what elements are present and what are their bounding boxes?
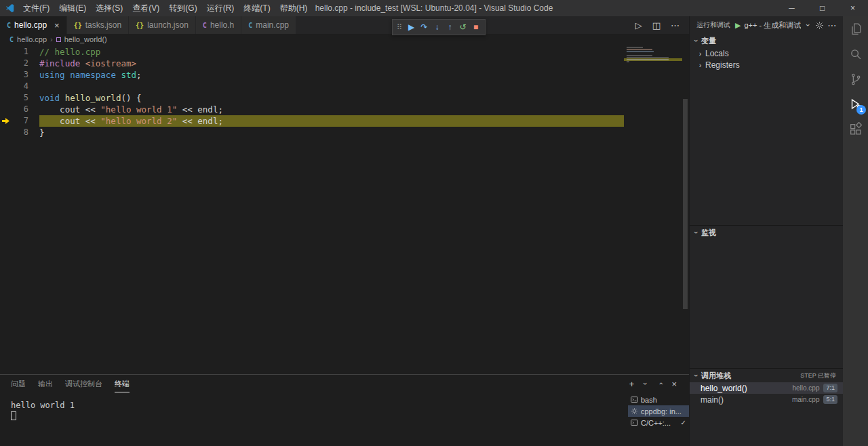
step-over-button[interactable]: ↷ — [418, 22, 431, 32]
code-line[interactable]: 8} — [0, 127, 689, 138]
glyph-margin — [0, 69, 12, 81]
task-success-check-icon: ✓ — [681, 419, 686, 426]
launch-config-dropdown[interactable]: g++ - 生成和调试 — [744, 20, 801, 31]
panel-tab-bar: 问题 输出 调试控制台 终端 + › › × — [0, 375, 689, 392]
drag-handle-icon[interactable]: ⠿ — [397, 23, 402, 32]
tab-tasks-json[interactable]: {} tasks.json — [67, 16, 129, 34]
line-number: 6 — [12, 104, 28, 115]
explorer-icon[interactable] — [843, 16, 868, 41]
terminal-panel: hello world 1 bash cppdbg: in... — [0, 392, 689, 446]
code-editor[interactable]: 1// hello.cpp2#include <iostream>3using … — [0, 45, 689, 374]
menu-file[interactable]: 文件(F) — [18, 0, 54, 16]
step-into-button[interactable]: ↓ — [431, 22, 443, 32]
terminal-icon — [631, 419, 638, 426]
variables-section-header[interactable]: › 变量 — [690, 34, 843, 47]
tab-label: hello.h — [210, 20, 234, 30]
menu-view[interactable]: 查看(V) — [127, 0, 164, 16]
frame-position-badge: 5:1 — [823, 395, 837, 404]
breadcrumb-file[interactable]: hello.cpp — [17, 35, 47, 43]
frame-file: hello.cpp — [792, 384, 819, 392]
new-terminal-icon[interactable]: + — [629, 379, 635, 389]
run-file-icon[interactable]: ▷ — [635, 20, 642, 31]
tab-hello-cpp[interactable]: C hello.cpp × — [0, 16, 67, 34]
variables-scope-registers[interactable]: › Registers — [690, 59, 843, 70]
terminal-item-bash[interactable]: bash — [628, 394, 689, 405]
source-control-icon[interactable] — [843, 66, 868, 92]
tab-problems[interactable]: 问题 — [11, 375, 26, 392]
menu-run[interactable]: 运行(R) — [202, 0, 239, 16]
sidebar-title: 运行和调试 — [696, 20, 730, 30]
title-bar: 文件(F) 编辑(E) 选择(S) 查看(V) 转到(G) 运行(R) 终端(T… — [0, 0, 868, 16]
chevron-right-icon: › — [696, 49, 704, 58]
line-number: 3 — [12, 69, 28, 81]
scrollbar-thumb[interactable] — [683, 99, 688, 309]
start-debug-icon[interactable]: ▶ — [735, 21, 741, 30]
tab-output[interactable]: 输出 — [38, 375, 53, 392]
frame-position-badge: 7:1 — [823, 384, 837, 392]
watch-section-header[interactable]: › 监视 — [690, 226, 843, 239]
terminal-item-cppdbg[interactable]: cppdbg: in... — [628, 405, 689, 417]
glyph-margin — [0, 58, 12, 69]
minimize-icon[interactable]: ─ — [776, 0, 807, 16]
frame-name: main() — [701, 395, 724, 405]
menu-edit[interactable]: 编辑(E) — [54, 0, 91, 16]
minimap[interactable] — [624, 45, 682, 374]
code-area: 1// hello.cpp2#include <iostream>3using … — [0, 46, 689, 138]
breadcrumb-symbol[interactable]: hello_world() — [64, 35, 107, 43]
stack-frame[interactable]: main() main.cpp 5:1 — [690, 394, 843, 405]
tab-main-cpp[interactable]: C main.cpp — [241, 16, 296, 34]
code-line[interactable]: 1// hello.cpp — [0, 46, 689, 58]
editor-actions: ▷ ◫ ⋯ — [626, 16, 689, 34]
close-tab-icon[interactable]: × — [54, 20, 60, 31]
more-actions-icon[interactable]: ⋯ — [671, 20, 679, 31]
menu-selection[interactable]: 选择(S) — [91, 0, 127, 16]
terminal-item-label: cppdbg: in... — [641, 407, 682, 415]
menu-help[interactable]: 帮助(H) — [275, 0, 313, 16]
close-panel-icon[interactable]: × — [671, 379, 677, 389]
tab-hello-h[interactable]: C hello.h — [196, 16, 241, 34]
more-actions-icon[interactable]: ⋯ — [827, 20, 836, 31]
variables-section-title: 变量 — [701, 36, 716, 46]
menu-go[interactable]: 转到(G) — [164, 0, 201, 16]
extensions-icon[interactable] — [843, 117, 868, 142]
code-line[interactable]: 5void hello_world() { — [0, 92, 689, 104]
gear-icon[interactable] — [815, 21, 824, 30]
variables-scope-locals[interactable]: › Locals — [690, 47, 843, 59]
restore-icon[interactable]: □ — [807, 0, 837, 16]
close-icon[interactable]: × — [837, 0, 868, 16]
code-text: #include <iostream> — [39, 58, 624, 69]
call-stack-section-header[interactable]: › 调用堆栈 STEP 已暂停 — [690, 369, 843, 382]
step-out-button[interactable]: ↑ — [443, 22, 456, 32]
code-text: } — [39, 127, 624, 138]
frame-name: hello_world() — [701, 384, 747, 393]
line-number: 8 — [12, 127, 28, 138]
activity-bar: 1 — [843, 16, 868, 446]
search-icon[interactable] — [843, 41, 868, 66]
continue-button[interactable]: ▶ — [405, 22, 418, 32]
stack-frame[interactable]: hello_world() hello.cpp 7:1 — [690, 382, 843, 394]
tab-debug-console[interactable]: 调试控制台 — [65, 375, 102, 392]
run-and-debug-icon[interactable]: 1 — [843, 92, 868, 117]
terminal-output[interactable]: hello world 1 — [0, 392, 628, 446]
debug-count-badge: 1 — [856, 105, 866, 115]
code-line[interactable]: 2#include <iostream> — [0, 58, 689, 69]
chevron-down-icon[interactable]: › — [804, 22, 812, 29]
code-line[interactable]: 4 — [0, 81, 689, 92]
restart-button[interactable]: ↺ — [456, 22, 469, 32]
symbol-icon — [56, 37, 61, 42]
chevron-down-icon: › — [692, 372, 701, 380]
code-line[interactable]: 3using namespace std; — [0, 69, 689, 81]
code-line[interactable]: 6 cout << "hello world 1" << endl; — [0, 104, 689, 115]
menu-terminal[interactable]: 终端(T) — [239, 0, 275, 16]
code-line[interactable]: 7 cout << "hello world 2" << endl; — [0, 115, 689, 127]
glyph-margin — [0, 46, 12, 58]
maximize-panel-icon[interactable]: › — [656, 380, 665, 388]
stop-button[interactable]: ■ — [469, 22, 482, 32]
glyph-margin — [0, 104, 12, 115]
tab-terminal[interactable]: 终端 — [115, 375, 130, 392]
terminal-dropdown-icon[interactable]: › — [642, 380, 650, 388]
terminal-item-cpp-task[interactable]: C/C++:... ✓ — [628, 417, 689, 428]
variables-section: › 变量 › Locals › Registers — [690, 34, 843, 225]
split-editor-icon[interactable]: ◫ — [652, 20, 660, 31]
tab-launch-json[interactable]: {} launch.json — [129, 16, 196, 34]
